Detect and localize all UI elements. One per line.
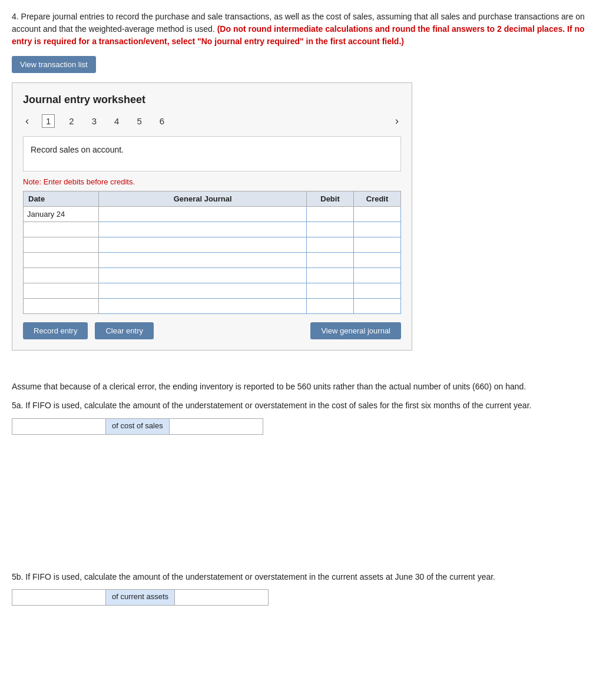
debit-input-3[interactable] (307, 237, 353, 252)
worksheet-title: Journal entry worksheet (23, 94, 401, 106)
debit-input-1[interactable] (307, 207, 353, 222)
date-cell-7 (24, 299, 99, 314)
tab-next-button[interactable]: › (393, 115, 401, 127)
date-cell-5 (24, 268, 99, 283)
gj-input-1[interactable] (99, 207, 306, 222)
note-text: Note: Enter debits before credits. (23, 177, 401, 186)
table-row (24, 237, 401, 253)
instruction-text: Record sales on account. (31, 145, 124, 154)
date-cell-2 (24, 222, 99, 237)
date-cell-4 (24, 253, 99, 268)
debit-input-5[interactable] (307, 268, 353, 283)
credit-input-5[interactable] (354, 268, 400, 283)
gj-input-2[interactable] (99, 222, 306, 237)
table-row (24, 222, 401, 237)
section-5a-input-row: of cost of sales (12, 418, 604, 435)
credit-input-1[interactable] (354, 207, 400, 222)
section-5a-label: of cost of sales (106, 418, 169, 435)
date-cell-6 (24, 283, 99, 299)
gj-input-7[interactable] (99, 299, 306, 313)
debit-input-2[interactable] (307, 222, 353, 237)
tab-prev-button[interactable]: ‹ (23, 115, 31, 127)
tab-3[interactable]: 3 (88, 115, 100, 127)
gj-input-4[interactable] (99, 253, 306, 267)
journal-table: Date General Journal Debit Credit Januar… (23, 191, 401, 314)
tab-2[interactable]: 2 (65, 115, 77, 127)
credit-input-7[interactable] (354, 299, 400, 313)
credit-input-4[interactable] (354, 253, 400, 267)
credit-input-3[interactable] (354, 237, 400, 252)
gj-input-3[interactable] (99, 237, 306, 252)
table-row: January 24 (24, 207, 401, 222)
view-general-journal-button[interactable]: View general journal (310, 322, 401, 339)
col-header-credit: Credit (354, 191, 401, 207)
col-header-date: Date (24, 191, 99, 207)
buttons-row: Record entry Clear entry View general jo… (23, 322, 401, 339)
col-header-debit: Debit (307, 191, 354, 207)
section-5a-text: 5a. If FIFO is used, calculate the amoun… (12, 399, 604, 412)
journal-worksheet-box: Journal entry worksheet ‹ 1 2 3 4 5 6 › … (12, 82, 412, 351)
tab-4[interactable]: 4 (111, 115, 122, 127)
gj-input-5[interactable] (99, 268, 306, 283)
gj-input-6[interactable] (99, 283, 306, 298)
table-row (24, 299, 401, 314)
instruction-box: Record sales on account. (23, 136, 401, 171)
debit-input-6[interactable] (307, 283, 353, 298)
view-transaction-list-button[interactable]: View transaction list (12, 56, 96, 73)
credit-input-2[interactable] (354, 222, 400, 237)
section-5a-right-input[interactable] (169, 418, 263, 435)
question4-text: 4. Prepare journal entries to record the… (12, 11, 604, 48)
section-5b-text: 5b. If FIFO is used, calculate the amoun… (12, 570, 604, 583)
section-5b-left-input[interactable] (12, 589, 106, 606)
section-5a-left-input[interactable] (12, 418, 106, 435)
tabs-row: ‹ 1 2 3 4 5 6 › (23, 114, 401, 128)
section-5b-input-row: of current assets (12, 589, 604, 606)
table-row (24, 268, 401, 283)
table-row (24, 283, 401, 299)
tab-5[interactable]: 5 (133, 115, 145, 127)
date-cell-3 (24, 237, 99, 253)
debit-input-7[interactable] (307, 299, 353, 313)
record-entry-button[interactable]: Record entry (23, 322, 88, 339)
clerical-error-text: Assume that because of a clerical error,… (12, 380, 604, 393)
debit-input-4[interactable] (307, 253, 353, 267)
section-5b-label: of current assets (106, 589, 174, 606)
table-row (24, 253, 401, 268)
date-cell-1: January 24 (24, 207, 99, 222)
tab-6[interactable]: 6 (156, 115, 168, 127)
credit-input-6[interactable] (354, 283, 400, 298)
tab-1[interactable]: 1 (42, 114, 55, 128)
col-header-gj: General Journal (99, 191, 307, 207)
section-5b-right-input[interactable] (174, 589, 269, 606)
clear-entry-button[interactable]: Clear entry (95, 322, 154, 339)
